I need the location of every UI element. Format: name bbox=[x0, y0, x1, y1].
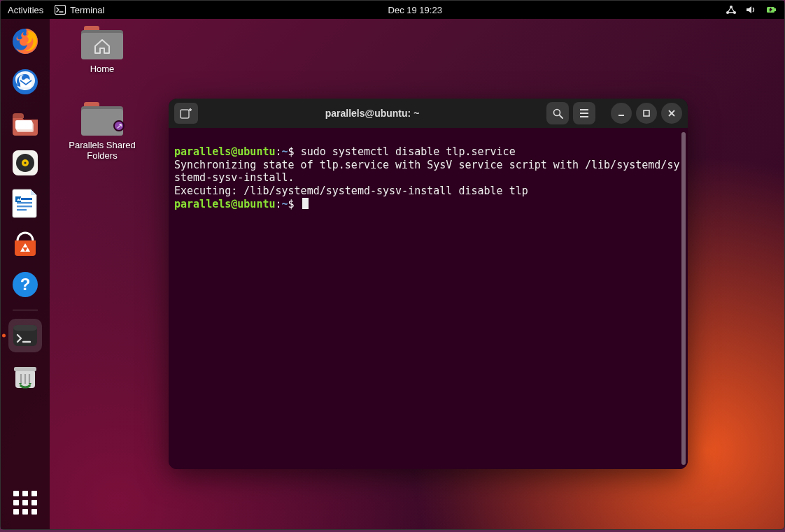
svg-rect-25 bbox=[13, 325, 37, 331]
trash-icon[interactable] bbox=[8, 359, 42, 393]
prompt-sep: : bbox=[276, 198, 282, 210]
terminal-window: parallels@ubuntu: ~ parallels@ubuntu:~$ … bbox=[169, 99, 688, 469]
terminal-titlebar[interactable]: parallels@ubuntu: ~ bbox=[169, 99, 688, 128]
cursor-icon bbox=[302, 198, 309, 209]
symlink-badge-icon: ↗ bbox=[113, 120, 125, 131]
terminal-output-2: Executing: /lib/systemd/systemd-sysv-ins… bbox=[174, 185, 528, 197]
svg-rect-28 bbox=[14, 367, 36, 371]
files-icon[interactable] bbox=[8, 106, 42, 139]
svg-rect-12 bbox=[15, 120, 32, 129]
terminal-icon[interactable] bbox=[8, 319, 42, 352]
network-icon[interactable] bbox=[726, 5, 737, 15]
thunderbird-icon[interactable] bbox=[8, 65, 42, 99]
svg-rect-0 bbox=[55, 6, 66, 15]
search-button[interactable] bbox=[546, 102, 569, 124]
home-icon bbox=[81, 33, 123, 59]
svg-rect-18 bbox=[17, 202, 32, 203]
svg-rect-6 bbox=[775, 8, 776, 11]
libreoffice-writer-icon[interactable] bbox=[8, 187, 42, 220]
rhythmbox-icon[interactable] bbox=[8, 146, 42, 180]
volume-icon[interactable] bbox=[745, 5, 756, 15]
software-center-icon[interactable] bbox=[8, 227, 42, 261]
desktop-icons: Home ↗ Parallels Shared Folders bbox=[64, 26, 141, 161]
active-app-indicator[interactable]: Terminal bbox=[55, 5, 104, 15]
svg-text:?: ? bbox=[20, 275, 31, 294]
maximize-button[interactable] bbox=[636, 103, 657, 124]
close-button[interactable] bbox=[661, 103, 682, 124]
svg-rect-19 bbox=[17, 206, 32, 207]
svg-rect-29 bbox=[181, 110, 189, 118]
svg-rect-20 bbox=[17, 209, 27, 210]
minimize-button[interactable] bbox=[611, 103, 632, 124]
svg-point-32 bbox=[554, 110, 560, 116]
prompt-symbol: $ bbox=[288, 145, 295, 158]
prompt-symbol: $ bbox=[288, 198, 295, 210]
prompt-path: ~ bbox=[282, 198, 288, 210]
help-icon[interactable]: ? bbox=[8, 268, 42, 301]
hamburger-menu-button[interactable] bbox=[573, 102, 595, 124]
show-applications-button[interactable] bbox=[8, 486, 42, 519]
desktop: Activities Terminal Dec 19 19:23 bbox=[0, 0, 785, 530]
svg-point-16 bbox=[24, 161, 26, 164]
terminal-command-1: sudo systemctl disable tlp.service bbox=[301, 145, 516, 158]
terminal-body[interactable]: parallels@ubuntu:~$ sudo systemctl disab… bbox=[169, 128, 688, 469]
svg-line-33 bbox=[560, 115, 563, 118]
home-folder-label: Home bbox=[64, 64, 141, 74]
home-folder[interactable]: Home bbox=[64, 26, 141, 74]
terminal-output-1: Synchronizing state of tlp.service with … bbox=[174, 159, 679, 185]
prompt-user: parallels@ubuntu bbox=[174, 145, 276, 158]
prompt-path: ~ bbox=[282, 145, 288, 158]
terminal-small-icon bbox=[55, 5, 66, 15]
dock: ? bbox=[1, 19, 50, 529]
svg-rect-9 bbox=[20, 80, 31, 87]
shared-folder-label: Parallels Shared Folders bbox=[64, 140, 141, 161]
activities-button[interactable]: Activities bbox=[8, 5, 43, 15]
parallels-shared-folder[interactable]: ↗ Parallels Shared Folders bbox=[64, 102, 141, 161]
terminal-title: parallels@ubuntu: ~ bbox=[202, 108, 542, 119]
prompt-sep: : bbox=[276, 145, 282, 158]
active-app-label: Terminal bbox=[70, 5, 104, 15]
dock-separator bbox=[13, 310, 38, 310]
svg-rect-38 bbox=[644, 110, 649, 116]
prompt-user: parallels@ubuntu bbox=[174, 198, 276, 210]
clock[interactable]: Dec 19 19:23 bbox=[104, 5, 726, 15]
firefox-icon[interactable] bbox=[8, 24, 42, 58]
terminal-scrollbar[interactable] bbox=[681, 132, 686, 465]
top-bar: Activities Terminal Dec 19 19:23 bbox=[1, 1, 784, 19]
battery-icon[interactable] bbox=[765, 5, 777, 15]
new-tab-button[interactable] bbox=[174, 103, 198, 124]
